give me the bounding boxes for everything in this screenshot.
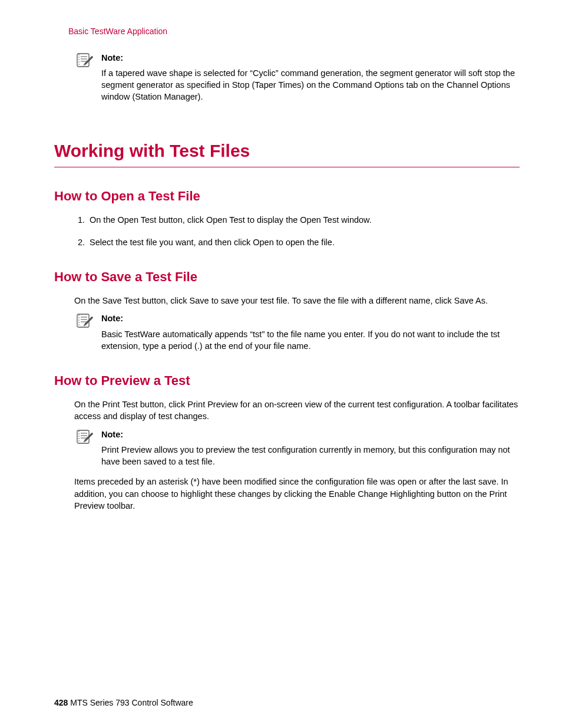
body-text-preview-after: Items preceded by an asterisk (*) have b… — [74, 476, 520, 512]
svg-rect-8 — [77, 430, 89, 443]
list-item: On the Open Test button, click Open Test… — [87, 214, 520, 226]
section-title: Working with Test Files — [54, 139, 520, 167]
page-footer: 428 MTS Series 793 Control Software — [54, 697, 193, 709]
note-block-1: Note: If a tapered wave shape is selecte… — [77, 52, 520, 103]
note-icon — [77, 313, 94, 328]
footer-doc-title: MTS Series 793 Control Software — [68, 698, 193, 707]
list-item: Select the test file you want, and then … — [87, 236, 520, 248]
document-page: Basic TestWare Application Note: If a ta… — [0, 0, 562, 728]
subsection-open: How to Open a Test File — [54, 187, 520, 206]
note-text: Basic TestWare automatically appends “ts… — [101, 328, 520, 353]
breadcrumb: Basic TestWare Application — [68, 26, 520, 38]
note-label: Note: — [101, 429, 520, 440]
note-icon — [77, 429, 94, 444]
note-block-3: Note: Print Preview allows you to previe… — [77, 429, 520, 468]
body-text-preview-intro: On the Print Test button, click Print Pr… — [74, 398, 520, 423]
note-label: Note: — [101, 312, 520, 324]
note-content: Note: Print Preview allows you to previe… — [101, 429, 520, 468]
note-text: If a tapered wave shape is selected for … — [101, 67, 520, 103]
subsection-save: How to Save a Test File — [54, 268, 520, 286]
note-content: Note: If a tapered wave shape is selecte… — [101, 52, 520, 103]
svg-rect-4 — [77, 314, 89, 327]
note-content: Note: Basic TestWare automatically appen… — [101, 312, 520, 352]
note-icon — [77, 52, 94, 68]
note-text: Print Preview allows you to preview the … — [101, 444, 520, 468]
page-number: 428 — [54, 698, 68, 707]
steps-open: On the Open Test button, click Open Test… — [74, 214, 520, 249]
note-block-2: Note: Basic TestWare automatically appen… — [77, 312, 520, 352]
note-label: Note: — [101, 52, 520, 64]
body-text-save-intro: On the Save Test button, click Save to s… — [74, 295, 520, 307]
subsection-preview: How to Preview a Test — [54, 372, 520, 390]
svg-rect-0 — [77, 54, 89, 67]
